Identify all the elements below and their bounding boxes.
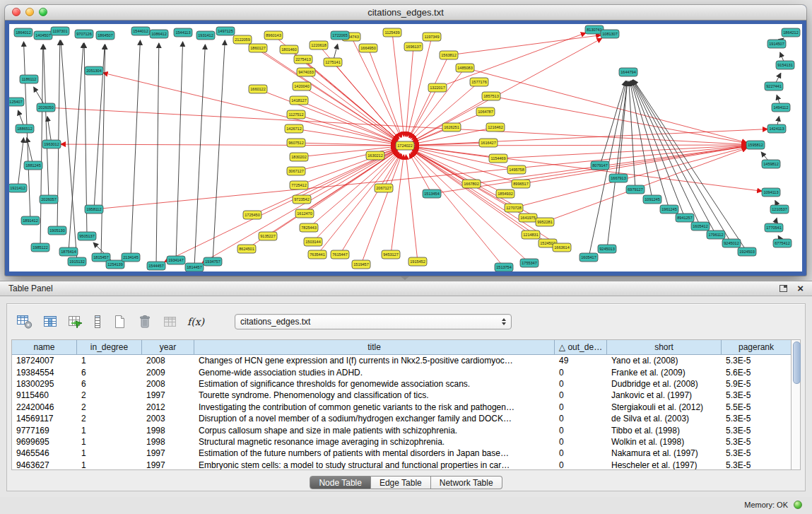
network-node[interactable]: 6775412 [773, 239, 792, 247]
table-selector[interactable]: citations_edges.txt [235, 314, 512, 329]
cell-year[interactable]: 2008 [142, 379, 194, 389]
network-edge[interactable] [306, 72, 398, 140]
network-node[interactable]: 8624501 [237, 245, 256, 253]
network-node[interactable]: 1891412 [21, 216, 40, 225]
network-node[interactable]: 2134145 [122, 253, 140, 262]
network-node[interactable]: 1612470 [295, 209, 314, 218]
network-node[interactable]: 1660122 [249, 85, 267, 93]
table-scrollbar[interactable] [791, 339, 801, 470]
tab-network-table[interactable]: Network Table [431, 476, 502, 489]
network-node[interactable]: 1210537 [770, 205, 789, 214]
network-edge[interactable] [213, 40, 225, 262]
cell-year[interactable]: 1997 [142, 460, 194, 469]
network-edge[interactable] [258, 89, 396, 142]
cell-in_degree[interactable]: 1 [77, 460, 142, 469]
table-row[interactable]: 969969511998Structural magnetic resonanc… [12, 436, 791, 448]
cell-pagerank[interactable]: 5.3E-5 [722, 460, 791, 469]
column-header-pagerank[interactable]: pagerank [722, 340, 791, 354]
network-node[interactable]: 1086412 [150, 30, 168, 38]
network-node[interactable]: 1934757 [204, 257, 222, 266]
network-node[interactable]: 1420040 [293, 82, 311, 90]
network-node[interactable]: 1081307 [601, 30, 619, 38]
network-edge[interactable] [156, 43, 159, 266]
network-edge[interactable] [600, 81, 625, 165]
cell-short[interactable]: Dudbridge et al. (2008) [607, 379, 722, 389]
network-node[interactable]: 1857513 [482, 92, 500, 100]
network-node[interactable]: 1220618 [310, 41, 328, 49]
network-node[interactable]: 1814457 [185, 263, 204, 271]
cell-short[interactable]: Yano et al. (2008) [607, 356, 722, 366]
table-select-icon[interactable] [66, 313, 85, 331]
import-table-icon[interactable] [161, 313, 180, 331]
network-node[interactable]: 1404507 [34, 31, 52, 40]
cell-year[interactable]: 1998 [142, 437, 194, 447]
network-edge[interactable] [131, 40, 140, 257]
network-edge[interactable] [165, 146, 405, 262]
cell-pagerank[interactable]: 5.3E-5 [722, 356, 791, 366]
network-node[interactable]: 8941257 [676, 214, 694, 222]
tab-edge-table[interactable]: Edge Table [371, 476, 431, 489]
network-node[interactable]: 1154469 [489, 154, 507, 163]
network-canvas[interactable]: 1724022212205918601278960143180146022754… [9, 24, 802, 271]
network-node[interactable]: 1985122 [31, 243, 49, 252]
network-edge[interactable] [176, 42, 183, 260]
network-node[interactable]: 9505137 [78, 232, 96, 240]
network-node[interactable]: 1864507 [96, 31, 114, 40]
close-panel-icon[interactable]: × [797, 284, 804, 293]
network-edge[interactable] [465, 68, 746, 143]
network-node[interactable]: 9245012 [722, 239, 741, 247]
network-node[interactable]: 9474033 [297, 68, 315, 76]
network-node[interactable]: 1519457 [352, 260, 370, 269]
cell-short[interactable]: Tibbo et al. (1998) [607, 426, 722, 436]
network-node[interactable]: 1563812 [440, 51, 458, 59]
splitter-handle[interactable] [401, 276, 409, 280]
cell-name[interactable]: 22420046 [12, 402, 77, 412]
network-node[interactable]: 1696137 [404, 42, 423, 51]
network-node[interactable]: 8079147 [591, 161, 609, 170]
network-node[interactable]: 1418127 [290, 96, 308, 105]
cell-pagerank[interactable]: 5.3E-5 [722, 390, 791, 400]
network-node[interactable]: 1641975 [519, 214, 537, 222]
cell-name[interactable]: 9465546 [12, 448, 77, 458]
cell-title[interactable]: Corpus callosum shape and size in male p… [194, 426, 555, 436]
network-edge[interactable] [103, 73, 405, 146]
network-edge[interactable] [411, 153, 504, 267]
network-edge[interactable] [296, 115, 396, 143]
column-header-name[interactable]: name [12, 340, 77, 354]
cell-title[interactable]: Estimation of significance thresholds fo… [194, 379, 555, 389]
network-node[interactable]: 1605412 [691, 222, 710, 230]
cell-in_degree[interactable]: 2 [77, 390, 142, 400]
network-node[interactable]: 2067127 [375, 184, 393, 192]
network-node[interactable]: 9707126 [75, 30, 93, 38]
table-row[interactable]: 1456911722003Disruption of a novel membe… [12, 413, 791, 424]
network-edge[interactable] [302, 86, 397, 141]
cell-short[interactable]: Wolkin et al. (1998) [607, 437, 722, 447]
cell-title[interactable]: Investigating the contribution of common… [194, 402, 555, 412]
cell-out_degree[interactable]: 0 [555, 402, 607, 412]
network-node[interactable]: 1905130 [48, 226, 66, 235]
network-edge[interactable] [449, 35, 601, 55]
table-gear-icon[interactable] [16, 313, 34, 331]
network-node[interactable]: 2026050 [37, 103, 55, 112]
zoom-button[interactable] [39, 8, 47, 16]
network-node[interactable]: 7725412 [290, 181, 308, 189]
network-node[interactable]: 7635441 [308, 250, 326, 259]
network-node[interactable]: 9245013 [598, 245, 616, 253]
cell-year[interactable]: 1997 [142, 448, 194, 458]
cell-name[interactable]: 9777169 [12, 426, 77, 436]
column-header-title[interactable]: title [194, 340, 555, 354]
network-node[interactable]: 1605417 [579, 253, 598, 262]
network-edge[interactable] [437, 33, 586, 88]
tab-node-table[interactable]: Node Table [310, 476, 371, 489]
network-node[interactable]: 1667802 [462, 180, 481, 188]
network-node[interactable]: 1544457 [147, 262, 165, 270]
cell-name[interactable]: 9463627 [12, 460, 77, 469]
cell-title[interactable]: Structural magnetic resonance image aver… [194, 437, 555, 447]
cell-short[interactable]: Hescheler et al. (1997) [607, 460, 722, 469]
network-node[interactable]: 1725450 [243, 211, 261, 219]
network-edge[interactable] [18, 138, 23, 188]
table-columns-icon[interactable] [41, 313, 59, 331]
network-node[interactable]: 9723542 [293, 195, 311, 204]
network-edge[interactable] [392, 33, 404, 136]
column-header-out_degree[interactable]: △ out_de… [555, 340, 607, 354]
